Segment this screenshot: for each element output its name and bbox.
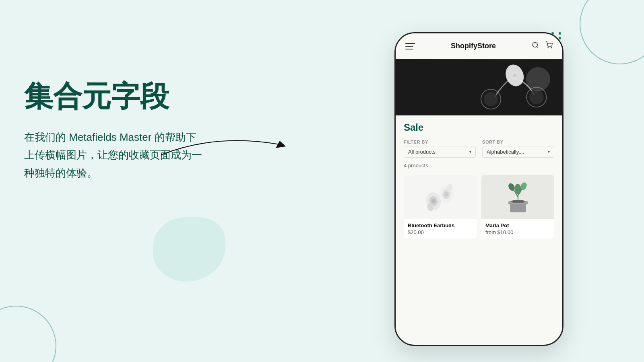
collection-banner: [396, 59, 562, 115]
plant-product-image: [481, 175, 554, 219]
main-title: 集合元字段: [24, 80, 286, 112]
collection-title: Sale: [404, 122, 554, 133]
plant-product-info: Maria Pot from $10.00: [481, 219, 554, 239]
product-card-plant[interactable]: Maria Pot from $10.00: [481, 175, 554, 239]
decorative-circle-top-right: [580, 0, 644, 64]
store-name: ShopifyStore: [451, 42, 496, 50]
plant-price: from $10.00: [485, 229, 550, 235]
earbuds-name: Bluetooth Earbuds: [408, 222, 473, 228]
sort-group: SORT BY Alphabetically,... ▾: [482, 140, 554, 158]
phone-frame: ShopifyStore: [394, 32, 564, 346]
filter-select[interactable]: All products ▾: [404, 146, 476, 158]
filter-chevron-icon: ▾: [469, 150, 471, 154]
header-icons: [532, 41, 553, 51]
svg-line-2: [537, 46, 538, 47]
svg-point-12: [484, 92, 498, 106]
products-grid: Bluetooth Earbuds $20.00: [404, 175, 554, 239]
product-card-earbuds[interactable]: Bluetooth Earbuds $20.00: [404, 175, 477, 239]
phone-inner: ShopifyStore: [396, 33, 562, 345]
plant-name: Maria Pot: [485, 222, 550, 228]
products-count: 4 products: [404, 162, 554, 169]
svg-point-8: [513, 74, 517, 78]
filter-value: All products: [408, 149, 436, 155]
svg-point-1: [533, 42, 537, 47]
sort-select[interactable]: Alphabetically,... ▾: [482, 146, 554, 158]
product-content: Sale FILTER BY All products ▾ SORT BY Al…: [396, 115, 562, 345]
sort-label: SORT BY: [482, 140, 554, 144]
search-icon[interactable]: [532, 41, 539, 51]
svg-point-3: [548, 47, 549, 48]
store-header: ShopifyStore: [396, 33, 562, 59]
cart-icon[interactable]: [545, 41, 553, 51]
filter-sort-row: FILTER BY All products ▾ SORT BY Alphabe…: [404, 140, 554, 158]
earbuds-product-info: Bluetooth Earbuds $20.00: [404, 219, 477, 239]
decorative-circle-bottom-left: [0, 306, 56, 362]
filter-group: FILTER BY All products ▾: [404, 140, 476, 158]
sort-chevron-icon: ▾: [548, 150, 550, 154]
decorative-blob: [153, 217, 225, 282]
svg-point-10: [529, 90, 543, 104]
svg-point-29: [507, 182, 516, 192]
arrow-decoration: [157, 129, 294, 161]
earbuds-price: $20.00: [408, 229, 473, 235]
sort-value: Alphabetically,...: [487, 149, 524, 155]
earbuds-product-image: [404, 175, 477, 219]
hamburger-menu-icon[interactable]: [405, 43, 415, 49]
filter-label: FILTER BY: [404, 140, 476, 144]
svg-point-4: [551, 47, 552, 48]
phone-mockup: ShopifyStore: [394, 32, 564, 346]
